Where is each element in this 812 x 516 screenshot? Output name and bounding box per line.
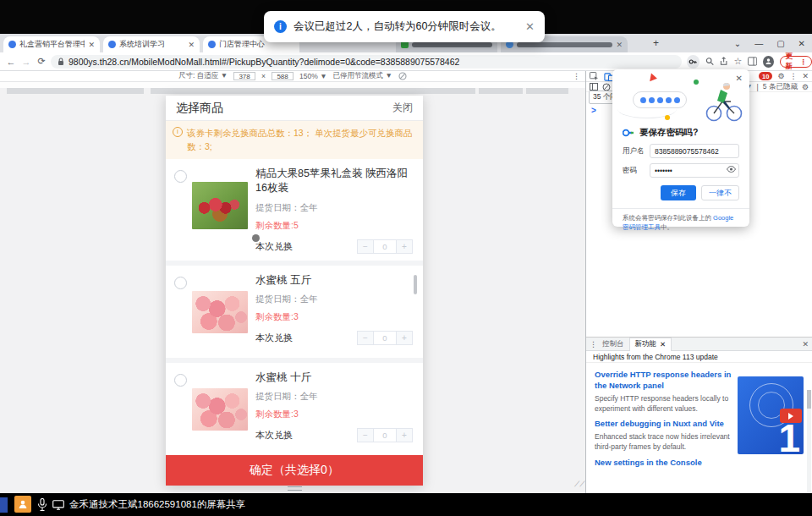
whatsnew-drawer: ⋮ 控制台 新功能 ✕ ✕ Highlights from the Chrome…: [586, 337, 812, 493]
tab-title: 礼盒营销平台管理中心: [19, 39, 85, 50]
drawer-menu-icon[interactable]: ⋮: [590, 340, 597, 349]
chrome-113-promo-image[interactable]: 1: [738, 376, 804, 454]
window-controls: ⌄ — ▢ ✕: [734, 34, 805, 52]
viewport-resize-handle[interactable]: ⟋⟋: [574, 480, 585, 489]
tab-close-icon[interactable]: ✕: [616, 41, 623, 49]
minimize-icon[interactable]: —: [754, 39, 763, 48]
stepper-minus-button[interactable]: −: [357, 428, 374, 442]
tab-gift-platform[interactable]: 礼盒营销平台管理中心 ✕: [3, 36, 100, 52]
viewport-height-input[interactable]: [272, 72, 294, 80]
url-text: 9800ys.th28.cn/MobileModNoMall.html#/Pic…: [69, 57, 459, 67]
chrome-update-button[interactable]: 更新 ⋮: [780, 56, 812, 68]
emulated-page: 选择商品 关闭 i 该券卡剩余兑换商品总数：13； 单次提货最少可兑换商品数：3…: [0, 82, 585, 493]
profile-avatar[interactable]: [763, 56, 774, 68]
window-close-icon[interactable]: ✕: [798, 39, 805, 48]
devtools-settings-icon[interactable]: ⚙: [777, 72, 784, 80]
inspect-icon[interactable]: [590, 72, 599, 81]
stepper-minus-button[interactable]: −: [357, 331, 374, 345]
bookmark-star-icon[interactable]: ☆: [733, 56, 742, 67]
drawer-close-icon[interactable]: ✕: [802, 340, 809, 349]
screen-share-bar: 金禾通技术王斌18662591081的屏幕共享: [0, 493, 812, 516]
product-photo: [192, 371, 248, 448]
forward-icon[interactable]: →: [19, 57, 34, 67]
dialog-close-button[interactable]: 关闭: [392, 101, 413, 115]
meet-chevron-icon[interactable]: ⌄: [734, 39, 741, 48]
product-radio[interactable]: [174, 277, 187, 289]
devtools-close-icon[interactable]: ✕: [802, 72, 809, 80]
viewport-width-input[interactable]: [233, 72, 255, 80]
stepper-plus-button[interactable]: +: [396, 331, 413, 345]
password-key-icon[interactable]: [687, 55, 700, 69]
show-password-eye-icon[interactable]: [727, 166, 736, 173]
whatsnew-header: Highlights from the Chrome 113 update: [586, 351, 812, 363]
save-password-button[interactable]: 保存: [661, 185, 696, 200]
tab-training[interactable]: 系统培训学习 ✕: [103, 36, 200, 52]
exchange-row: 本次兑换 − 0 +: [255, 428, 413, 442]
maximize-icon[interactable]: ▢: [776, 39, 784, 48]
console-prompt[interactable]: >: [591, 106, 596, 115]
devtools-menu-icon[interactable]: ⋮: [789, 72, 797, 80]
password-row: 密码: [623, 163, 739, 178]
confirm-button[interactable]: 确定（共选择0）: [166, 455, 423, 486]
tab-close-icon[interactable]: ✕: [88, 41, 95, 49]
toast-close-icon[interactable]: ✕: [525, 20, 535, 33]
omnibox[interactable]: 9800ys.th28.cn/MobileModNoMall.html#/Pic…: [51, 55, 682, 69]
screen-icon: [52, 500, 64, 510]
exchange-row: 本次兑换 − 0 +: [255, 331, 413, 345]
side-panel-icon[interactable]: [748, 57, 757, 66]
quantity-stepper: − 0 +: [357, 239, 413, 254]
info-icon: i: [274, 20, 287, 33]
clear-console-icon[interactable]: [602, 83, 611, 91]
console-sidebar-icon[interactable]: [590, 83, 598, 91]
drawer-scrollbar[interactable]: [807, 390, 811, 492]
viewport-scrollbar[interactable]: [414, 275, 417, 294]
exchange-row: 本次兑换 − 0 +: [255, 239, 413, 254]
username-field[interactable]: [650, 144, 739, 158]
zoom-select[interactable]: 150% ▼: [299, 72, 327, 80]
zoom-icon[interactable]: [705, 57, 714, 66]
new-tab-button[interactable]: +: [653, 37, 659, 49]
stepper-value[interactable]: 0: [374, 428, 396, 442]
no-throttle-icon: [398, 72, 407, 80]
tab-close-icon[interactable]: ✕: [188, 41, 195, 49]
back-icon[interactable]: ←: [3, 57, 19, 67]
product-radio[interactable]: [174, 374, 187, 387]
never-save-button[interactable]: 一律不: [701, 185, 739, 200]
save-password-dialog: ✕ 要保存密码吗?: [612, 69, 749, 227]
username-row: 用户名: [623, 144, 739, 158]
article-link[interactable]: Better debugging in Nuxt and Vite: [595, 419, 737, 430]
share-icon[interactable]: [720, 57, 727, 66]
device-toolbar-menu-icon[interactable]: ⋮: [573, 72, 580, 80]
footer-text: 系统会将密码保存到此设备上的: [623, 214, 713, 222]
stepper-minus-button[interactable]: −: [357, 239, 374, 254]
share-status-text: 金禾通技术王斌18662591081的屏幕共享: [69, 498, 245, 511]
lock-icon: [58, 58, 64, 66]
tab-favicon: [208, 41, 216, 48]
article-link[interactable]: Override HTTP response headers in the Ne…: [595, 370, 737, 392]
console-settings-icon[interactable]: ⚙: [802, 83, 809, 91]
stepper-value[interactable]: 0: [374, 331, 396, 345]
reload-icon[interactable]: ⟳: [34, 56, 49, 67]
tab-title-obscured: [517, 42, 612, 47]
google-key-icon: [623, 129, 634, 137]
tab-title: 系统培训学习: [119, 39, 165, 50]
product-row-peach-5jin: 水蜜桃 五斤 提货日期：全年 剩余数量:3 本次兑换 − 0 +: [166, 266, 423, 358]
device-size-select[interactable]: 尺寸: 自适应 ▼: [178, 71, 228, 81]
toast-text: 会议已超过2人，自动转为60分钟限时会议。: [294, 19, 502, 34]
dimmed-header-block: [7, 88, 144, 94]
drag-handle[interactable]: [288, 486, 302, 491]
article-link[interactable]: New settings in the Console: [595, 458, 737, 469]
product-radio[interactable]: [174, 170, 187, 183]
tab-whatsnew[interactable]: 新功能 ✕: [629, 338, 672, 351]
tab-close-icon[interactable]: ✕: [660, 340, 666, 349]
error-count-badge[interactable]: 10: [759, 72, 772, 80]
update-label: 更新: [785, 52, 798, 72]
kebab-menu-icon[interactable]: ⋮: [800, 58, 808, 66]
throttle-select[interactable]: 已停用节流模式 ▼: [333, 71, 392, 81]
stepper-value[interactable]: 0: [374, 239, 396, 254]
stepper-plus-button[interactable]: +: [396, 428, 413, 442]
tab-console-drawer[interactable]: 控制台: [602, 339, 624, 349]
password-dots-bubble: [633, 91, 687, 108]
stepper-plus-button[interactable]: +: [396, 239, 413, 254]
remaining-count: 剩余数量:3: [255, 311, 413, 323]
